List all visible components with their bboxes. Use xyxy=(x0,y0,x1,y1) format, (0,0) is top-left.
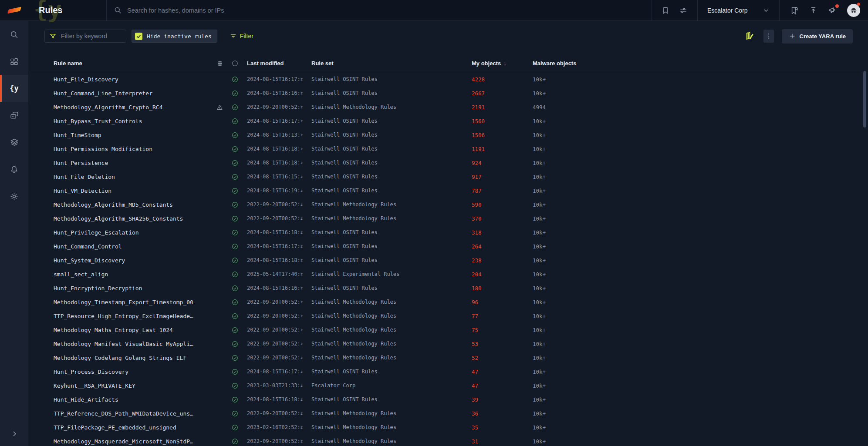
search-input[interactable] xyxy=(127,7,388,14)
table-row[interactable]: Hunt_Encryption_Decryption 2024-08-15T16… xyxy=(28,281,868,295)
malware-objects-count: 10k+ xyxy=(533,410,868,417)
active-check-icon xyxy=(231,271,247,278)
sliders-icon xyxy=(679,7,688,14)
table-row[interactable]: Methodology_Manifest_VisualBasic_MyAppli… xyxy=(28,337,868,351)
table-row[interactable]: Keyhunt__RSA_PRIVATE_KEY 2023-03-03T21:3… xyxy=(28,379,868,392)
table-row[interactable]: Hunt_System_Discovery 2024-08-15T16:18:z… xyxy=(28,253,868,267)
active-check-icon xyxy=(231,312,247,320)
table-row[interactable]: Hunt_Command_Control 2024-08-15T16:17:z … xyxy=(28,239,868,253)
app-logo[interactable] xyxy=(0,0,28,20)
upload-icon xyxy=(809,6,817,14)
last-modified: 2024-08-15T16:17:z xyxy=(247,243,311,249)
create-yara-rule-button[interactable]: Create YARA rule xyxy=(782,29,853,44)
sidebar-item-settings[interactable] xyxy=(0,183,28,210)
malware-objects-count: 10k+ xyxy=(533,174,868,180)
table-row[interactable]: TTP_Resource_High_Entropy_ExclImageHeade… xyxy=(28,309,868,323)
malware-objects-count: 10k+ xyxy=(533,118,868,124)
sidebar-item-yara-rules[interactable]: {y xyxy=(0,75,28,102)
table-row[interactable]: Hunt_File_Deletion 2024-08-15T16:15:z St… xyxy=(28,170,868,184)
active-check-icon xyxy=(231,201,247,208)
table-row[interactable]: Methodology_Algorithm_MD5_Constants 2022… xyxy=(28,198,868,211)
my-objects-count: 47 xyxy=(472,382,533,389)
table-row[interactable]: Methodology_Algorithm_Crypto_RC4 2022-09… xyxy=(28,100,868,114)
sidebar-item-notifications[interactable] xyxy=(0,156,28,183)
announcements-button[interactable] xyxy=(828,6,837,15)
edit-rules-icon xyxy=(745,31,755,41)
last-modified: 2022-09-20T00:52:z xyxy=(247,313,311,319)
malware-objects-count: 10k+ xyxy=(533,229,868,236)
chevron-right-icon xyxy=(10,429,19,438)
table-row[interactable]: Methodology_Timestamp_Export_Timestomp_0… xyxy=(28,295,868,309)
column-rule-set[interactable]: Rule set xyxy=(311,60,472,67)
view-settings-button[interactable] xyxy=(679,7,688,14)
table-row[interactable]: Hunt_VM_Detection 2024-08-15T16:19:z Sta… xyxy=(28,184,868,198)
org-selector[interactable]: Escalator Corp xyxy=(698,0,780,20)
rule-set: Stairwell OSINT Rules xyxy=(311,174,472,180)
table-row[interactable]: Methodology_Maths_Entropy_Last_1024 2022… xyxy=(28,323,868,337)
rule-set: Stairwell OSINT Rules xyxy=(311,396,472,402)
table-row[interactable]: Hunt_Hide_Artifacts 2024-08-15T16:18:z S… xyxy=(28,392,868,406)
table-row[interactable]: Hunt_Process_Discovery 2024-08-15T16:17:… xyxy=(28,365,868,379)
saved-searches-button[interactable] xyxy=(790,6,799,15)
malware-objects-count: 10k+ xyxy=(533,188,868,194)
warning-icon xyxy=(216,104,231,111)
active-check-icon xyxy=(231,76,247,83)
table-row[interactable]: Hunt_Persistence 2024-08-15T16:18:z Stai… xyxy=(28,156,868,170)
last-modified: 2023-03-03T21:33:z xyxy=(247,382,311,389)
sidebar-item-search[interactable] xyxy=(0,21,28,48)
rule-set: Stairwell Methodology Rules xyxy=(311,104,472,110)
table-row[interactable]: Hunt_File_Discovery 2024-08-15T16:17:z S… xyxy=(28,72,868,86)
column-my-objects[interactable]: My objects ↓ xyxy=(472,60,533,67)
sidebar-item-collections[interactable] xyxy=(0,129,28,156)
active-check-icon xyxy=(231,159,247,167)
active-check-icon xyxy=(231,215,247,222)
my-objects-count: 4228 xyxy=(472,76,533,83)
table-row[interactable]: Methodology_Algorithm_SHA256_Constants 2… xyxy=(28,211,868,225)
column-last-modified[interactable]: Last modified xyxy=(247,60,311,67)
keyword-filter-input[interactable] xyxy=(61,33,118,40)
filterbar: Hide inactive rules Filter xyxy=(28,21,868,55)
more-options-button[interactable] xyxy=(763,30,774,43)
table-row[interactable]: Hunt_Permissions_Modification 2024-08-15… xyxy=(28,142,868,156)
table-header: Rule name Last modified Rule set My obje… xyxy=(28,55,868,72)
table-row[interactable]: Methodology_Codelang_Golang_Strings_ELF … xyxy=(28,351,868,365)
table-row[interactable]: TTP_FilePackage_PE_embedded_unsigned 202… xyxy=(28,420,868,434)
malware-objects-count: 10k+ xyxy=(533,355,868,361)
my-objects-count: 77 xyxy=(472,313,533,319)
column-malware-objects[interactable]: Malware objects xyxy=(533,60,868,67)
rule-name: Methodology_Algorithm_SHA256_Constants xyxy=(54,215,216,222)
user-avatar[interactable] xyxy=(847,4,860,17)
filter-button[interactable]: Filter xyxy=(230,33,253,40)
column-status[interactable] xyxy=(231,60,247,67)
sidebar-item-dashboard[interactable] xyxy=(0,48,28,75)
edit-rules-button[interactable] xyxy=(745,31,755,41)
rule-name: Methodology_Codelang_Golang_Strings_ELF xyxy=(54,355,216,361)
malware-objects-count: 10k+ xyxy=(533,146,868,152)
page-title-section: {y Rules xyxy=(28,0,107,20)
table-row[interactable]: TTP_Reference_DOS_Path_WMIDataDevice_uns… xyxy=(28,406,868,420)
bookmark-button[interactable] xyxy=(662,6,669,15)
vertical-scrollbar-thumb[interactable] xyxy=(863,71,866,127)
column-rule-name[interactable]: Rule name xyxy=(54,60,216,67)
my-objects-count: 370 xyxy=(472,215,533,222)
upload-button[interactable] xyxy=(809,6,817,14)
table-row[interactable]: Hunt_Privilege_Escalation 2024-08-15T16:… xyxy=(28,225,868,239)
column-deployment[interactable] xyxy=(216,60,231,67)
sidebar-expand-button[interactable] xyxy=(0,422,28,446)
sidebar-item-assets[interactable] xyxy=(0,102,28,129)
table-row[interactable]: Hunt_Bypass_Trust_Controls 2024-08-15T16… xyxy=(28,114,868,128)
rule-name: Methodology_Algorithm_MD5_Constants xyxy=(54,201,216,208)
keyword-filter-box xyxy=(44,30,126,43)
hide-inactive-toggle[interactable]: Hide inactive rules xyxy=(132,30,217,43)
table-row[interactable]: Hunt_TimeStomp 2024-08-15T16:13:z Stairw… xyxy=(28,128,868,142)
bell-icon xyxy=(10,165,19,174)
search-icon xyxy=(114,6,122,14)
table-row[interactable]: Methodology_Masquerade_Microsoft_NonStdP… xyxy=(28,434,868,446)
table-row[interactable]: Hunt_Command_Line_Interpreter 2024-08-15… xyxy=(28,86,868,100)
org-name: Escalator Corp xyxy=(707,7,748,14)
table-body: Hunt_File_Discovery 2024-08-15T16:17:z S… xyxy=(28,72,868,446)
table-row[interactable]: small_sect_align 2025-05-14T17:40:z Stai… xyxy=(28,267,868,281)
my-objects-count: 924 xyxy=(472,160,533,166)
global-search xyxy=(107,0,652,20)
my-objects-count: 238 xyxy=(472,257,533,264)
